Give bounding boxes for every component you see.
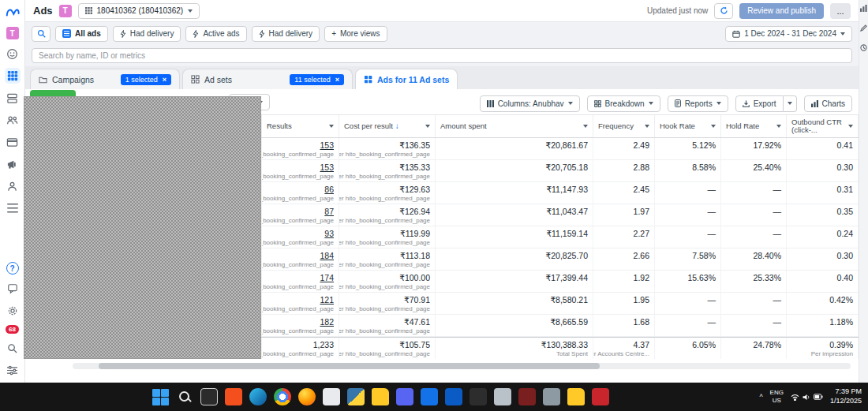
column-header-outbound-ctr[interactable]: Outbound CTR (click-... bbox=[787, 115, 859, 137]
breakdown-button[interactable]: Breakdown bbox=[587, 95, 660, 112]
notification-badge[interactable]: 68 bbox=[6, 325, 19, 334]
column-header-frequency[interactable]: Frequency bbox=[593, 115, 655, 137]
total-amount-spent: ₹130,388.33 bbox=[541, 340, 588, 350]
charts-button[interactable]: Charts bbox=[804, 95, 852, 112]
column-header-hold-rate[interactable]: Hold Rate bbox=[721, 115, 787, 137]
amount-spent-value: ₹20,825.70 bbox=[546, 251, 588, 261]
refresh-icon bbox=[720, 6, 728, 15]
taskbar-app-edge[interactable] bbox=[249, 388, 267, 405]
taskbar-apps bbox=[152, 383, 609, 411]
close-icon[interactable]: × bbox=[163, 76, 166, 84]
results-link[interactable]: 184 bbox=[320, 251, 334, 261]
hold-rate-value: 25.40% bbox=[753, 163, 781, 173]
taskbar-app-share[interactable] bbox=[494, 388, 511, 405]
review-and-publish-button[interactable]: Review and publish bbox=[739, 3, 824, 19]
filter-chip-all-ads[interactable]: All ads bbox=[55, 26, 108, 42]
frequency-value: 1.97 bbox=[634, 207, 649, 217]
rail-search-icon[interactable] bbox=[5, 340, 21, 356]
taskbar-clock[interactable]: 7:39 PM 1/12/2025 bbox=[830, 387, 862, 405]
column-header-hook-rate[interactable]: Hook Rate bbox=[655, 115, 721, 137]
results-link[interactable]: 182 bbox=[320, 317, 334, 327]
campaigns-icon[interactable] bbox=[5, 90, 21, 106]
frequency-value: 1.95 bbox=[634, 295, 649, 305]
taskbar-app-audio[interactable] bbox=[543, 388, 560, 405]
taskbar-app-folder[interactable] bbox=[372, 388, 389, 405]
feedback-icon[interactable] bbox=[5, 281, 21, 297]
chevron-down-icon bbox=[840, 32, 845, 35]
adsets-selected-badge[interactable]: 11 selected× bbox=[290, 74, 344, 85]
column-header-results[interactable]: Results bbox=[262, 115, 339, 137]
date-range-selector[interactable]: 1 Dec 2024 - 31 Dec 2024 bbox=[725, 26, 852, 42]
tab-campaigns[interactable]: Campaigns 1 selected× bbox=[30, 69, 180, 89]
search-filter-button[interactable] bbox=[32, 26, 51, 42]
close-icon[interactable]: × bbox=[335, 76, 339, 84]
account-overview-icon[interactable] bbox=[5, 46, 21, 62]
taskbar-app-python[interactable] bbox=[347, 388, 365, 405]
results-subtext: _booking_confirmed_page bbox=[262, 283, 334, 291]
billing-icon[interactable] bbox=[5, 134, 21, 150]
results-link[interactable]: 153 bbox=[320, 140, 334, 151]
taskbar-app-notepad[interactable] bbox=[323, 388, 340, 405]
taskbar-app-xbox[interactable] bbox=[470, 388, 487, 405]
filters-sliders-icon[interactable] bbox=[5, 362, 21, 378]
history-clock-icon[interactable] bbox=[860, 44, 867, 51]
columns-button[interactable]: Columns: Anubhav bbox=[480, 95, 580, 112]
all-tools-icon[interactable] bbox=[5, 200, 21, 216]
account-selector[interactable]: 180410362 (180410362) bbox=[78, 3, 200, 19]
language-switcher[interactable]: ENG US bbox=[770, 389, 784, 404]
tray-status-icons[interactable] bbox=[791, 394, 823, 401]
results-link[interactable]: 174 bbox=[320, 273, 334, 283]
filter-chip-had-delivery-2[interactable]: Had delivery bbox=[252, 26, 320, 42]
hold-rate-value: 25.33% bbox=[753, 273, 781, 283]
topbar-avatar[interactable]: T bbox=[59, 5, 72, 17]
refresh-button[interactable] bbox=[714, 3, 733, 19]
meta-logo-icon[interactable] bbox=[5, 5, 21, 21]
ads-manager-icon[interactable] bbox=[5, 68, 21, 84]
wifi-icon bbox=[791, 394, 799, 401]
results-link[interactable]: 153 bbox=[320, 163, 334, 173]
results-link[interactable]: 121 bbox=[320, 295, 334, 305]
scrollbar-thumb[interactable] bbox=[99, 363, 600, 369]
filter-chip-active-ads[interactable]: Active ads bbox=[185, 26, 246, 42]
hook-rate-value: — bbox=[708, 185, 716, 195]
taskbar-app-brave[interactable] bbox=[225, 388, 242, 405]
edit-pencil-icon[interactable] bbox=[860, 24, 867, 32]
insights-chart-icon[interactable] bbox=[860, 5, 867, 12]
export-options-button[interactable] bbox=[784, 95, 797, 112]
audiences-icon[interactable] bbox=[5, 112, 21, 128]
outbound-ctr-value: 0.35 bbox=[837, 207, 853, 217]
business-users-icon[interactable] bbox=[5, 178, 21, 194]
help-button[interactable]: ? bbox=[6, 262, 19, 275]
cost-per-result-subtext: Per hito_booking_confirmed_page bbox=[339, 151, 430, 159]
settings-gear-icon[interactable] bbox=[5, 303, 21, 319]
more-views-button[interactable]: + More views bbox=[324, 26, 387, 42]
results-link[interactable]: 87 bbox=[324, 207, 334, 217]
taskbar-app-start[interactable] bbox=[152, 388, 169, 405]
promotions-icon[interactable] bbox=[5, 156, 21, 172]
filter-chip-had-delivery[interactable]: Had delivery bbox=[113, 26, 181, 42]
tab-ads[interactable]: Ads for 11 Ad sets bbox=[355, 69, 458, 89]
taskbar-app-firefox[interactable] bbox=[298, 388, 316, 405]
search-input[interactable] bbox=[32, 48, 852, 63]
tray-chevron-icon[interactable]: ^ bbox=[759, 393, 762, 401]
export-button[interactable]: Export bbox=[735, 95, 784, 112]
taskbar-app-photos[interactable] bbox=[421, 388, 438, 405]
overflow-menu-button[interactable]: ... bbox=[830, 3, 851, 19]
column-header-amount-spent[interactable]: Amount spent bbox=[436, 115, 593, 137]
taskbar-app-movies[interactable] bbox=[445, 388, 462, 405]
taskbar-app-camera[interactable] bbox=[518, 388, 536, 405]
campaigns-selected-badge[interactable]: 1 selected× bbox=[121, 74, 171, 85]
results-link[interactable]: 86 bbox=[324, 185, 334, 195]
results-subtext: _booking_confirmed_page bbox=[262, 239, 334, 247]
taskbar-app-discord[interactable] bbox=[396, 388, 413, 405]
account-avatar[interactable]: T bbox=[6, 27, 19, 39]
reports-button[interactable]: Reports bbox=[668, 95, 728, 112]
taskbar-app-search[interactable] bbox=[176, 388, 193, 405]
taskbar-app-task-view[interactable] bbox=[200, 388, 218, 405]
tab-ad-sets[interactable]: Ad sets 11 selected× bbox=[182, 69, 353, 89]
column-header-cost-per-result[interactable]: Cost per result↓ bbox=[339, 115, 436, 137]
results-link[interactable]: 93 bbox=[324, 229, 334, 239]
taskbar-app-folder-2[interactable] bbox=[567, 388, 585, 405]
taskbar-app-adobe[interactable] bbox=[592, 388, 609, 405]
taskbar-app-chrome[interactable] bbox=[274, 388, 291, 405]
